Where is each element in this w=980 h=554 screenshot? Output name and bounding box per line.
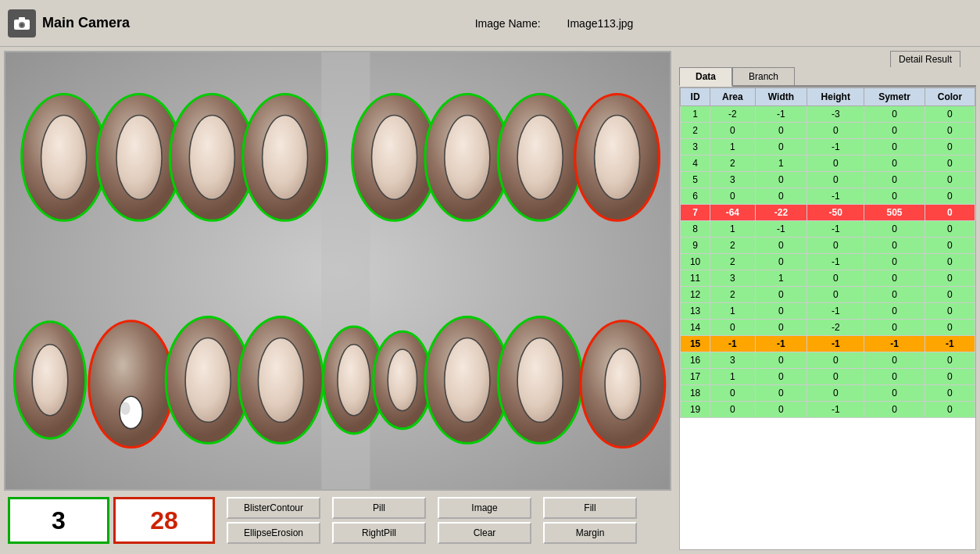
cell-width: -1 [755, 106, 807, 123]
right-pill-button[interactable]: RightPill [332, 522, 426, 544]
svg-point-21 [595, 115, 640, 199]
button-group-mid2: Image Clear [438, 497, 531, 544]
image-button[interactable]: Image [438, 497, 531, 519]
cell-symetr: 0 [864, 287, 925, 303]
blister-contour-button[interactable]: BlisterContour [227, 497, 320, 519]
svg-point-7 [41, 115, 87, 199]
data-table-container[interactable]: ID Area Width Height Symetr Color 1-2-1-… [679, 87, 976, 550]
detail-result-title: Detail Result [890, 51, 960, 68]
svg-rect-2 [19, 17, 25, 20]
cell-height: 0 [807, 270, 864, 287]
margin-button[interactable]: Margin [543, 522, 637, 544]
cell-width: 0 [755, 254, 807, 270]
cell-color: 0 [925, 287, 975, 303]
cell-width: 0 [755, 303, 807, 320]
cell-height: 0 [807, 238, 864, 254]
cell-width: 1 [755, 155, 807, 172]
svg-point-9 [116, 115, 162, 199]
table-row: 310-100 [681, 139, 975, 155]
cell-color: 0 [925, 221, 975, 238]
cell-area: 2 [710, 155, 755, 172]
red-count-value: 28 [150, 506, 178, 535]
cell-id: 5 [681, 172, 710, 188]
cell-id: 17 [681, 369, 710, 385]
ellipse-erosion-button[interactable]: EllipseErosion [227, 522, 320, 544]
red-count-box: 28 [113, 497, 215, 544]
cell-width: -1 [755, 221, 807, 238]
cell-height: -3 [807, 106, 864, 123]
clear-button[interactable]: Clear [438, 522, 531, 544]
cell-area: 2 [710, 254, 755, 270]
cell-height: -1 [807, 303, 864, 320]
cell-symetr: 0 [864, 172, 925, 188]
cell-width: 0 [755, 287, 807, 303]
app-title: Main Camera [42, 15, 130, 31]
cell-height: 0 [807, 352, 864, 369]
cell-area: 1 [710, 303, 755, 320]
svg-point-36 [445, 338, 490, 423]
cell-height: 0 [807, 385, 864, 402]
cell-width: 0 [755, 123, 807, 139]
svg-point-17 [445, 115, 490, 199]
button-group-left: BlisterContour EllipseErosion [227, 497, 320, 544]
button-group-mid1: Pill RightPill [332, 497, 426, 544]
cell-width: 0 [755, 385, 807, 402]
col-header-symetr: Symetr [864, 88, 925, 106]
green-count-box: 3 [8, 497, 109, 544]
cell-color: 0 [925, 254, 975, 270]
cell-color: 0 [925, 155, 975, 172]
controls-row: 3 28 BlisterContour EllipseErosion Pill … [4, 491, 671, 550]
cell-area: -64 [710, 205, 755, 221]
svg-point-19 [517, 115, 563, 199]
tab-data[interactable]: Data [679, 67, 732, 87]
cell-id: 16 [681, 352, 710, 369]
cell-color: 0 [925, 402, 975, 418]
cell-id: 8 [681, 221, 710, 238]
data-table: ID Area Width Height Symetr Color 1-2-1-… [680, 88, 975, 418]
table-row: 1131000 [681, 270, 975, 287]
title-bar: Main Camera Image Name: Image113.jpg [0, 0, 980, 47]
cell-id: 19 [681, 402, 710, 418]
cell-area: 0 [710, 188, 755, 205]
table-row: 1020-100 [681, 254, 975, 270]
green-count-value: 3 [52, 506, 66, 535]
cell-id: 14 [681, 320, 710, 336]
cell-symetr: 505 [864, 205, 925, 221]
pill-button[interactable]: Pill [332, 497, 426, 519]
cell-id: 6 [681, 188, 710, 205]
cell-width: 0 [755, 172, 807, 188]
button-group-right: Fill Margin [543, 497, 637, 544]
cell-width: -22 [755, 205, 807, 221]
cell-area: 0 [710, 320, 755, 336]
table-row: 1220000 [681, 287, 975, 303]
cell-id: 18 [681, 385, 710, 402]
cell-height: 0 [807, 123, 864, 139]
cell-color: 0 [925, 270, 975, 287]
svg-point-13 [263, 115, 308, 199]
camera-icon [8, 9, 36, 38]
svg-point-3 [20, 23, 24, 27]
table-row: 530000 [681, 172, 975, 188]
cell-symetr: 0 [864, 221, 925, 238]
cell-width: 0 [755, 320, 807, 336]
cell-color: 0 [925, 303, 975, 320]
fill-button[interactable]: Fill [543, 497, 637, 519]
col-header-height: Height [807, 88, 864, 106]
cell-id: 2 [681, 123, 710, 139]
cell-height: -50 [807, 205, 864, 221]
cell-symetr: 0 [864, 188, 925, 205]
cell-area: 2 [710, 287, 755, 303]
image-panel: 3 28 BlisterContour EllipseErosion Pill … [0, 47, 675, 554]
cell-color: 0 [925, 320, 975, 336]
cell-height: 0 [807, 287, 864, 303]
table-row: 81-1-100 [681, 221, 975, 238]
cell-symetr: 0 [864, 155, 925, 172]
image-name-text-label: Image Name: [475, 17, 541, 30]
cell-width: 0 [755, 139, 807, 155]
cell-symetr: 0 [864, 270, 925, 287]
cell-area: -1 [710, 336, 755, 352]
cell-symetr: 0 [864, 139, 925, 155]
cell-height: 0 [807, 369, 864, 385]
tab-branch[interactable]: Branch [732, 67, 795, 85]
cell-area: 3 [710, 352, 755, 369]
